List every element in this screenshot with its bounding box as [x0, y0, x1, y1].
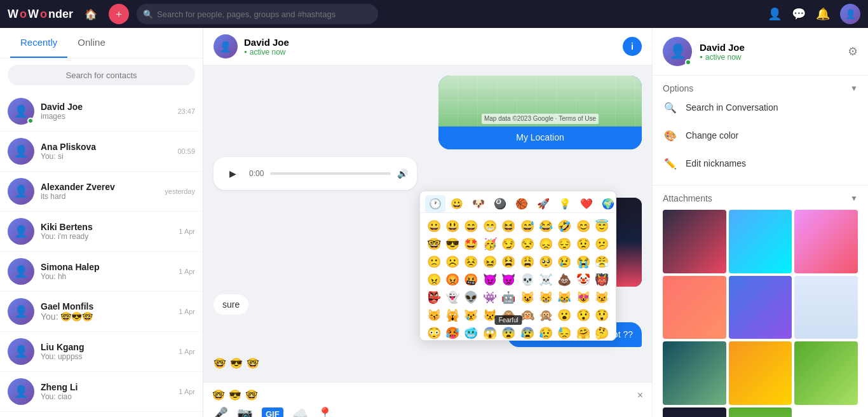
emoji-😻[interactable]: 😻 — [574, 289, 592, 306]
emoji-🤔[interactable]: 🤔 — [593, 325, 611, 340]
emoji-tab-sports[interactable]: 🏀 — [512, 195, 532, 212]
close-emoji-bar-button[interactable]: × — [637, 390, 643, 401]
emoji-👺[interactable]: 👺 — [425, 289, 442, 306]
emoji-😺[interactable]: 😺 — [519, 289, 536, 306]
options-header[interactable]: Options ▼ — [663, 83, 858, 93]
contact-item-ana[interactable]: 👤 Ana Pliskova You: si 00:59 — [0, 132, 203, 172]
emoji-😄[interactable]: 😄 — [463, 218, 480, 235]
emoji-tab-symbols[interactable]: ❤️ — [576, 195, 597, 212]
emoji-😒[interactable]: 😒 — [519, 236, 536, 252]
emoji-😩[interactable]: 😩 — [519, 254, 536, 270]
emoji-🥵[interactable]: 🥵 — [444, 325, 461, 340]
emoji-😞[interactable]: 😞 — [537, 236, 554, 252]
notifications-icon-button[interactable]: 🔔 — [816, 7, 830, 21]
camera-button[interactable]: 📷 — [237, 406, 253, 417]
contact-item-liu[interactable]: 👤 Liu Kgang You: upppss 1 Apr — [0, 332, 203, 372]
emoji-🙉[interactable]: 🙉 — [519, 307, 536, 324]
emoji-tab-recent[interactable]: 🕐 — [425, 195, 445, 212]
emoji-😽[interactable]: 😽 — [425, 307, 442, 324]
emoji-🤡[interactable]: 🤡 — [574, 271, 592, 288]
settings-gear-button[interactable]: ⚙ — [848, 44, 858, 58]
emoji-🙈[interactable]: 🙈 — [500, 307, 517, 324]
emoji-tab-activities[interactable]: 🎱 — [490, 195, 510, 212]
attachment-thumb-7[interactable] — [663, 341, 726, 405]
tab-recently[interactable]: Recently — [10, 28, 67, 58]
change-color-option[interactable]: 🎨 Change color — [663, 121, 858, 149]
emoji-👹[interactable]: 👹 — [593, 271, 611, 288]
emoji-😢[interactable]: 😢 — [556, 254, 573, 270]
emoji-🙁[interactable]: 🙁 — [425, 254, 442, 270]
emoji-😈[interactable]: 😈 — [481, 271, 498, 288]
emoji-😨[interactable]: 😨 Fearful — [500, 325, 517, 340]
emoji-🤬[interactable]: 🤬 — [463, 271, 480, 288]
emoji-😅[interactable]: 😅 — [519, 218, 536, 235]
attachment-thumb-4[interactable] — [663, 276, 726, 339]
attachment-thumb-1[interactable] — [663, 210, 726, 273]
emoji-😊[interactable]: 😊 — [574, 218, 592, 235]
contact-item-david[interactable]: 👤 David Joe images 23:47 — [0, 92, 203, 132]
emoji-😁[interactable]: 😁 — [481, 218, 498, 235]
emoji-😕[interactable]: 😕 — [593, 236, 611, 252]
attachment-thumb-2[interactable] — [729, 210, 792, 273]
contact-item-gael[interactable]: 👤 Gael Monfils You: 🤓😎🤓 1 Apr — [0, 292, 203, 332]
emoji-tab-objects[interactable]: 💡 — [555, 195, 575, 212]
global-search-input[interactable] — [137, 4, 378, 24]
attachment-thumb-11[interactable] — [729, 407, 792, 417]
emoji-🙀[interactable]: 🙀 — [444, 307, 461, 324]
emoji-☠️[interactable]: ☠️ — [537, 271, 554, 288]
emoji-😼[interactable]: 😼 — [593, 289, 611, 306]
contact-item-alexander[interactable]: 👤 Alexander Zverev its hard yesterday — [0, 172, 203, 212]
emoji-😔[interactable]: 😔 — [556, 236, 573, 252]
emoji-😮[interactable]: 😮 — [556, 307, 573, 324]
search-contacts-input[interactable] — [8, 65, 195, 85]
emoji-💩[interactable]: 💩 — [556, 271, 573, 288]
microphone-button[interactable]: 🎤 — [212, 406, 228, 417]
emoji-😠[interactable]: 😠 — [425, 271, 442, 288]
attachments-header[interactable]: Attachments ▼ — [663, 193, 858, 203]
emoji-😟[interactable]: 😟 — [574, 236, 592, 252]
emoji-tab-travel[interactable]: 🚀 — [533, 195, 553, 212]
emoji-😇[interactable]: 😇 — [593, 218, 611, 235]
emoji-😓[interactable]: 😓 — [556, 325, 573, 340]
contact-item-kiki[interactable]: 👤 Kiki Bertens You: i'm ready 1 Apr — [0, 212, 203, 252]
emoji-😖[interactable]: 😖 — [481, 254, 498, 270]
emoji-🤗[interactable]: 🤗 — [574, 325, 592, 340]
emoji-🙊[interactable]: 🙊 — [537, 307, 554, 324]
attachment-thumb-10[interactable] — [663, 407, 726, 417]
contact-item-simona[interactable]: 👤 Simona Halep You: hh 1 Apr — [0, 252, 203, 292]
emoji-😱[interactable]: 😱 — [481, 325, 498, 340]
emoji-😡[interactable]: 😡 — [444, 271, 461, 288]
emoji-😃[interactable]: 😃 — [444, 218, 461, 235]
create-button[interactable]: ＋ — [109, 4, 129, 24]
emoji-☹️[interactable]: ☹️ — [444, 254, 461, 270]
emoji-👾[interactable]: 👾 — [481, 289, 498, 306]
emoji-😣[interactable]: 😣 — [463, 254, 480, 270]
emoji-👽[interactable]: 👽 — [463, 289, 480, 306]
emoji-😸[interactable]: 😸 — [537, 289, 554, 306]
emoji-🤖[interactable]: 🤖 — [500, 289, 517, 306]
emoji-😾[interactable]: 😾 — [481, 307, 498, 324]
emoji-🥳[interactable]: 🥳 — [481, 236, 498, 252]
emoji-😯[interactable]: 😯 — [574, 307, 592, 324]
attachment-thumb-6[interactable] — [794, 276, 858, 339]
emoji-😥[interactable]: 😥 — [537, 325, 554, 340]
cloud-button[interactable]: ☁️ — [292, 406, 308, 417]
emoji-🥺[interactable]: 🥺 — [537, 254, 554, 270]
chat-icon-button[interactable]: 💬 — [792, 7, 806, 21]
emoji-😆[interactable]: 😆 — [500, 218, 517, 235]
emoji-👿[interactable]: 👿 — [500, 271, 517, 288]
emoji-😫[interactable]: 😫 — [500, 254, 517, 270]
attachment-thumb-9[interactable] — [794, 341, 858, 405]
emoji-😀[interactable]: 😀 — [425, 218, 442, 235]
gif-button[interactable]: GIF — [262, 407, 283, 417]
attachment-thumb-3[interactable] — [794, 210, 858, 273]
emoji-💀[interactable]: 💀 — [519, 271, 536, 288]
emoji-👻[interactable]: 👻 — [444, 289, 461, 306]
attachment-thumb-5[interactable] — [729, 276, 792, 339]
emoji-tab-animals[interactable]: 🐶 — [468, 195, 489, 212]
emoji-🥶[interactable]: 🥶 — [463, 325, 480, 340]
chat-info-button[interactable]: i — [623, 37, 642, 56]
contact-item-zheng[interactable]: 👤 Zheng Li You: ciao 1 Apr — [0, 372, 203, 412]
emoji-tab-flags[interactable]: 🌍 — [598, 195, 618, 212]
emoji-😲[interactable]: 😲 — [593, 307, 611, 324]
